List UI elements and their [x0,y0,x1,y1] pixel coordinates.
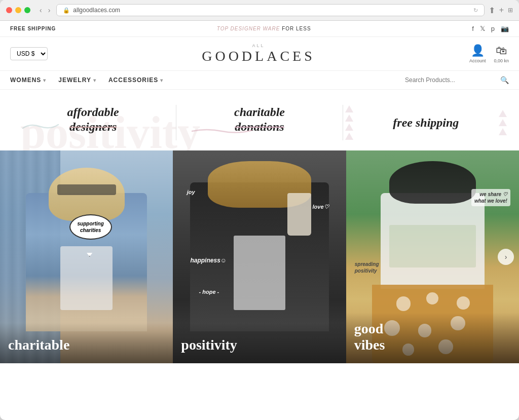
nav-jewelry[interactable]: JEWELRY ▾ [58,77,96,84]
image-grid: positivity [0,150,519,363]
slider-next-button[interactable]: › [498,249,514,265]
card-label-positivity: positivity [181,337,237,353]
features-section: positivity affordable designers [0,90,519,150]
site-logo[interactable]: ALL GOODLACES [48,43,469,64]
nav-accessories[interactable]: ACCESSORIES ▾ [108,77,163,84]
fullscreen-button[interactable] [24,7,30,13]
annotation-happiness: happiness☺ [190,257,227,264]
annotation-spreading: spreadingpositivity [355,261,379,274]
annotation-share: we share ♡what we love! [471,189,510,206]
lock-icon: 🔒 [63,7,70,14]
chevron-right-icon: › [505,253,507,261]
free-shipping-text: FREE SHIPPING [10,26,56,31]
feature-shipping: free shipping [343,105,509,140]
card-good-vibes[interactable]: we share ♡what we love! spreadingpositiv… [346,150,519,363]
site-content: FREE SHIPPING TOP DESIGNER WARE FOR LESS… [0,21,519,363]
logo-subtitle: ALL [48,43,469,48]
logo-main: GOODLACES [48,48,469,64]
feature-affordable: affordable designers [10,105,176,140]
account-label: Account [469,58,486,63]
address-bar[interactable]: 🔒 allgoodlaces.com ↻ [56,4,484,16]
nav-womens[interactable]: WOMENS ▾ [10,77,46,84]
cart-button[interactable]: 🛍 0,00 kn [494,44,509,63]
header-right: 👤 Account 🛍 0,00 kn [469,44,509,63]
cart-icon: 🛍 [496,44,507,57]
announcement-bar: FREE SHIPPING TOP DESIGNER WARE FOR LESS… [0,21,519,37]
tagline: TOP DESIGNER WARE FOR LESS [217,26,311,31]
annotation-hope: - hope - [199,289,219,295]
pinterest-icon[interactable]: p [491,25,495,32]
card-charitable[interactable]: supportingcharities charitable [0,150,173,363]
search-icon[interactable]: 🔍 [500,76,509,84]
browser-actions: ⬆ + ⊞ [489,6,513,15]
browser-chrome: ‹ › 🔒 allgoodlaces.com ↻ ⬆ + ⊞ [0,0,519,21]
site-header: USD $ ALL GOODLACES 👤 Account 🛍 0,00 kn [0,37,519,71]
nav-right: 🔍 [405,76,509,84]
back-button[interactable]: ‹ [38,5,44,15]
cart-total: 0,00 kn [494,58,509,63]
twitter-icon[interactable]: 𝕏 [480,25,485,32]
new-tab-icon[interactable]: + [499,6,504,15]
nav-accessories-arrow: ▾ [160,78,163,83]
forward-button[interactable]: › [46,5,53,15]
nav-jewelry-arrow: ▾ [93,78,96,83]
close-button[interactable] [6,7,12,13]
search-input[interactable] [405,77,496,84]
annotation-love: love♡ [313,204,329,210]
facebook-icon[interactable]: f [472,25,474,32]
tabs-grid-icon[interactable]: ⊞ [508,7,513,14]
nav-womens-arrow: ▾ [43,78,46,83]
social-icons: f 𝕏 p 📷 [472,25,509,32]
instagram-icon[interactable]: 📷 [501,25,509,32]
annotation-joy: joy [187,189,195,195]
nav-jewelry-label: JEWELRY [58,77,91,84]
header-left: USD $ [10,47,48,60]
card-label-good-vibes: goodvibes [354,321,385,353]
traffic-lights [6,7,30,13]
feature-charitable: charitable donations [176,105,342,140]
feature-shipping-title: free shipping [393,116,459,130]
browser-window: ‹ › 🔒 allgoodlaces.com ↻ ⬆ + ⊞ FREE SHIP… [0,0,519,420]
card-label-charitable: charitable [8,337,69,353]
tagline-accent: TOP DESIGNER WARE [217,26,282,31]
speech-bubble-1: supportingcharities [69,214,112,240]
tagline-normal: FOR LESS [282,26,311,31]
nav-accessories-label: ACCESSORIES [108,77,158,84]
browser-controls: ‹ › [38,5,52,15]
currency-selector[interactable]: USD $ [10,47,48,60]
url-text: allgoodlaces.com [73,7,120,14]
account-icon: 👤 [471,44,485,57]
account-button[interactable]: 👤 Account [469,44,486,63]
nav-womens-label: WOMENS [10,77,41,84]
site-nav: WOMENS ▾ JEWELRY ▾ ACCESSORIES ▾ 🔍 [0,71,519,90]
minimize-button[interactable] [15,7,21,13]
card-positivity[interactable]: joy love♡ happiness☺ - hope - positivity [173,150,346,363]
nav-left: WOMENS ▾ JEWELRY ▾ ACCESSORIES ▾ [10,77,163,84]
share-icon[interactable]: ⬆ [489,6,495,15]
reload-icon: ↻ [473,7,478,14]
